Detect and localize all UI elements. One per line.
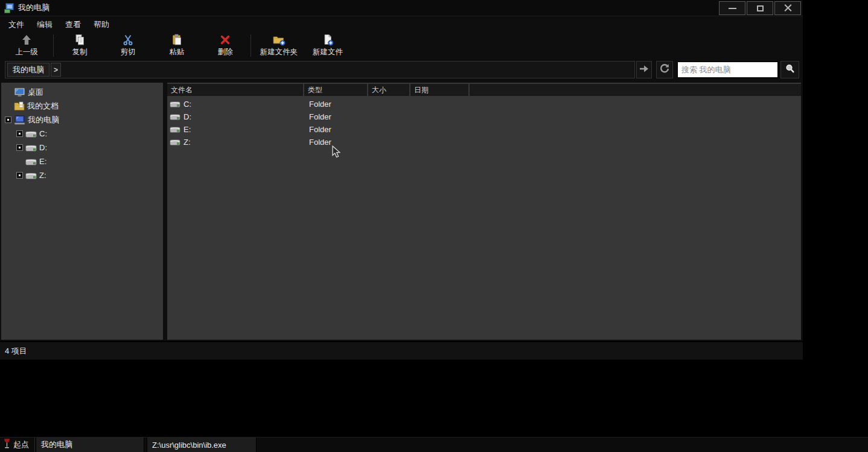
search-icon bbox=[785, 63, 796, 77]
maximize-icon bbox=[757, 5, 764, 11]
tree-item-label: D: bbox=[39, 143, 47, 152]
drive-icon bbox=[170, 138, 180, 146]
delete-button[interactable]: 删除 bbox=[203, 33, 247, 58]
drive-icon bbox=[25, 158, 37, 166]
file-list-header: 文件名 类型 大小 日期 bbox=[167, 84, 801, 96]
column-header-type[interactable]: 类型 bbox=[304, 84, 367, 96]
tree-item-label: Z: bbox=[39, 171, 46, 180]
tree-item-label: C: bbox=[39, 129, 47, 138]
breadcrumb-chevron-button[interactable]: > bbox=[51, 63, 61, 77]
paste-button[interactable]: 粘贴 bbox=[155, 33, 199, 58]
refresh-icon bbox=[659, 63, 670, 77]
minimize-icon bbox=[729, 8, 736, 9]
go-arrow-icon bbox=[639, 65, 649, 75]
drive-icon bbox=[25, 171, 37, 180]
documents-icon bbox=[14, 101, 25, 110]
menu-item-file[interactable]: 文件 bbox=[8, 19, 24, 30]
toolbar: 上一级 复制 bbox=[0, 32, 803, 59]
up-one-level-button[interactable]: 上一级 bbox=[5, 33, 48, 58]
toolbar-separator bbox=[251, 34, 251, 57]
menu-item-edit[interactable]: 编辑 bbox=[37, 19, 53, 30]
expander-icon[interactable] bbox=[16, 144, 23, 151]
file-manager-window: 我的电脑 文件 编辑 查看 帮助 上一级 bbox=[0, 0, 803, 360]
taskbar: 起点 我的电脑 Z:\usr\glibc\bin\ib.exe bbox=[0, 437, 868, 452]
breadcrumb-button[interactable]: 我的电脑 bbox=[7, 63, 49, 77]
address-bar[interactable]: 我的电脑 > bbox=[5, 61, 635, 78]
new-folder-button[interactable]: 新建文件夹 bbox=[254, 33, 304, 58]
expander-icon[interactable] bbox=[5, 116, 11, 123]
tree-item-computer[interactable]: 我的电脑 bbox=[1, 113, 163, 127]
expander-icon[interactable] bbox=[16, 172, 23, 179]
expander-icon[interactable] bbox=[16, 130, 23, 137]
toolbar-label: 新建文件 bbox=[313, 47, 343, 57]
drive-icon bbox=[170, 113, 180, 121]
menu-item-view[interactable]: 查看 bbox=[65, 19, 81, 30]
toolbar-label: 新建文件夹 bbox=[260, 47, 298, 57]
tree-item-drive-c[interactable]: C: bbox=[1, 127, 163, 141]
paste-icon bbox=[171, 33, 183, 46]
toolbar-label: 粘贴 bbox=[170, 47, 185, 57]
toolbar-label: 复制 bbox=[72, 47, 88, 57]
title-bar[interactable]: 我的电脑 bbox=[0, 0, 803, 16]
tree-item-drive-z[interactable]: Z: bbox=[1, 168, 163, 182]
close-button[interactable] bbox=[774, 1, 801, 15]
cut-button[interactable]: 剪切 bbox=[106, 33, 150, 58]
tree-item-drive-e[interactable]: E: bbox=[1, 154, 163, 168]
column-header-size[interactable]: 大小 bbox=[368, 84, 409, 96]
status-items-count: 4 项目 bbox=[5, 346, 27, 357]
refresh-button[interactable] bbox=[656, 61, 673, 78]
copy-icon bbox=[74, 33, 86, 46]
toolbar-separator bbox=[53, 34, 54, 57]
start-label: 起点 bbox=[13, 439, 29, 450]
tree-item-desktop[interactable]: 桌面 bbox=[1, 85, 163, 99]
menu-item-help[interactable]: 帮助 bbox=[94, 19, 109, 30]
go-button[interactable] bbox=[636, 61, 652, 78]
desktop: { "window": { "title": "我的电脑" }, "icons"… bbox=[0, 0, 868, 452]
file-type: Folder bbox=[304, 112, 367, 121]
file-row-d[interactable]: D: Folder bbox=[167, 110, 801, 123]
drive-icon bbox=[170, 100, 180, 108]
search-button[interactable] bbox=[780, 61, 799, 78]
maximize-button[interactable] bbox=[747, 1, 773, 15]
window-title: 我的电脑 bbox=[18, 2, 49, 13]
copy-button[interactable]: 复制 bbox=[58, 33, 101, 58]
taskbar-task-ib-exe[interactable]: Z:\usr\glibc\bin\ib.exe bbox=[147, 438, 257, 452]
file-row-z[interactable]: Z: Folder bbox=[167, 136, 801, 148]
tree-item-label: E: bbox=[39, 157, 46, 166]
cut-icon bbox=[122, 33, 134, 46]
up-arrow-icon bbox=[21, 33, 33, 46]
tree-item-label: 我的电脑 bbox=[28, 115, 59, 126]
new-file-button[interactable]: 新建文件 bbox=[307, 33, 349, 58]
close-icon bbox=[784, 4, 792, 12]
file-type: Folder bbox=[304, 125, 367, 134]
file-rows: C: Folder D: Folder E: bbox=[167, 98, 801, 148]
start-button[interactable]: 起点 bbox=[0, 438, 35, 452]
wine-icon bbox=[3, 438, 11, 451]
tree-item-label: 桌面 bbox=[28, 87, 43, 98]
tree-item-drive-d[interactable]: D: bbox=[1, 141, 163, 154]
column-header-name[interactable]: 文件名 bbox=[167, 84, 303, 96]
drive-icon bbox=[25, 144, 37, 152]
new-file-icon bbox=[322, 33, 334, 46]
status-bar: 4 项目 bbox=[0, 341, 803, 360]
column-header-date[interactable]: 日期 bbox=[410, 84, 468, 96]
column-header-filler bbox=[470, 84, 801, 96]
file-type: Folder bbox=[304, 100, 367, 109]
file-name: E: bbox=[183, 125, 191, 134]
file-name: Z: bbox=[183, 138, 191, 147]
search-input[interactable] bbox=[677, 62, 778, 78]
minimize-button[interactable] bbox=[719, 1, 745, 15]
computer-icon bbox=[14, 115, 25, 125]
file-row-e[interactable]: E: Folder bbox=[167, 123, 801, 136]
folder-tree: 桌面 我的文档 我的电脑 bbox=[1, 83, 163, 340]
file-name: D: bbox=[183, 112, 191, 121]
new-folder-icon bbox=[272, 33, 286, 46]
toolbar-label: 剪切 bbox=[121, 47, 136, 57]
drive-icon bbox=[170, 126, 180, 133]
delete-icon bbox=[219, 33, 231, 46]
taskbar-task-computer[interactable]: 我的电脑 bbox=[36, 438, 144, 452]
file-row-c[interactable]: C: Folder bbox=[167, 98, 801, 110]
tree-item-documents[interactable]: 我的文档 bbox=[1, 99, 163, 113]
mouse-cursor bbox=[332, 145, 342, 161]
toolbar-label: 删除 bbox=[218, 47, 233, 57]
